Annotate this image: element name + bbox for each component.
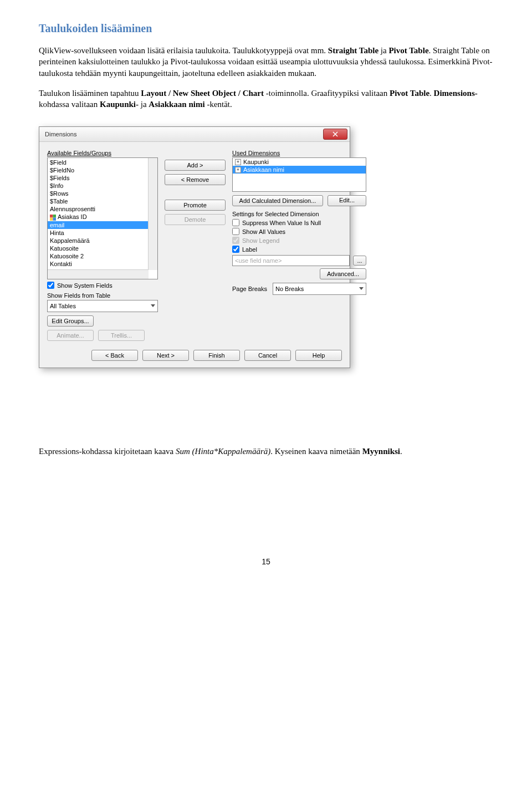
list-item[interactable]: Kontakti <box>48 260 157 268</box>
label-field[interactable]: <use field name> <box>232 255 350 266</box>
list-item[interactable]: Katuosoite 2 <box>48 252 157 260</box>
text: Taulukon lisääminen tapahtuu <box>39 89 141 98</box>
settings-section-label: Settings for Selected Dimension <box>232 211 366 217</box>
checkbox-label: Suppress When Value Is Null <box>242 220 321 226</box>
list-item-label: Katuosoite <box>50 245 79 252</box>
next-button[interactable]: Next > <box>142 350 189 361</box>
horizontal-scrollbar[interactable] <box>48 269 149 279</box>
text: Expressions-kohdassa kirjoitetaan kaava <box>39 447 176 456</box>
dialog-titlebar: Dimensions <box>39 127 350 142</box>
bold-text: Straight Table <box>328 46 378 55</box>
select-value: No Breaks <box>275 286 304 292</box>
close-button[interactable] <box>323 129 347 140</box>
page-breaks-label: Page Breaks <box>232 286 267 292</box>
finish-button[interactable]: Finish <box>193 350 240 361</box>
edit-dimension-button[interactable]: Edit... <box>328 195 366 206</box>
checkbox-input[interactable] <box>232 246 239 253</box>
list-item-label: email <box>50 222 64 228</box>
list-item[interactable]: $Fields <box>48 174 157 182</box>
list-item-label: $Table <box>50 198 68 205</box>
list-item-label: $Field <box>50 159 66 166</box>
dialog-button-row: < Back Next > Finish Cancel Help <box>39 344 350 368</box>
add-calculated-dimension-button[interactable]: Add Calculated Dimension... <box>232 195 323 206</box>
list-item-label: $Fields <box>50 175 69 181</box>
expand-icon[interactable]: + <box>235 159 241 165</box>
bold-text: Asiakkaan nimi <box>149 100 204 109</box>
paragraph-3: Expressions-kohdassa kirjoitetaan kaava … <box>39 446 493 457</box>
expand-icon[interactable]: + <box>235 167 241 173</box>
show-system-fields-checkbox[interactable]: Show System Fields <box>47 282 158 289</box>
text: . <box>429 89 434 98</box>
list-item-label: $FieldNo <box>50 167 74 174</box>
text: -kentät. <box>205 100 232 109</box>
list-item-label: Kappalemäärä <box>50 237 90 244</box>
dimensions-dialog: Dimensions Available Fields/Groups $Fiel… <box>39 126 350 368</box>
checkbox-label: Show All Values <box>242 228 285 235</box>
advanced-button[interactable]: Advanced... <box>320 268 366 279</box>
paragraph-2: Taulukon lisääminen tapahtuu Layout / Ne… <box>39 88 493 110</box>
text: QlikView-sovellukseen voidaan lisätä eri… <box>39 46 328 55</box>
checkbox-input[interactable] <box>232 219 239 226</box>
list-item[interactable]: $FieldNo <box>48 166 157 174</box>
add-button[interactable]: Add > <box>165 160 226 171</box>
label-expression-button[interactable]: ... <box>353 256 366 266</box>
list-item[interactable]: Kappalemäärä <box>48 237 157 244</box>
list-item-label: Asiakkaan nimi <box>243 166 284 173</box>
checkbox-label: Label <box>242 246 257 253</box>
bold-text: Pivot Table <box>388 46 428 55</box>
list-item[interactable]: $Table <box>48 197 157 205</box>
checkbox-input[interactable] <box>47 282 54 289</box>
promote-button[interactable]: Promote <box>165 200 226 211</box>
bold-text: Myynniksi <box>362 447 400 456</box>
show-fields-from-table-select[interactable]: All Tables <box>47 300 158 312</box>
animate-button: Animate... <box>47 330 94 341</box>
bold-text: Kaupunki- <box>100 100 139 109</box>
field-flag-icon <box>50 215 56 221</box>
svg-rect-3 <box>53 217 57 221</box>
list-item[interactable]: email <box>48 221 157 229</box>
svg-rect-0 <box>50 215 53 218</box>
list-item-label: Katuosoite 2 <box>50 253 84 259</box>
help-button[interactable]: Help <box>295 350 342 361</box>
available-fields-listbox[interactable]: $Field$FieldNo$Fields$Info$Rows$TableAle… <box>47 157 158 279</box>
label-checkbox[interactable]: Label <box>232 246 366 253</box>
page-breaks-select[interactable]: No Breaks <box>273 283 366 295</box>
checkbox-input[interactable] <box>232 228 239 235</box>
list-item-label: $Rows <box>50 190 69 197</box>
suppress-null-checkbox[interactable]: Suppress When Value Is Null <box>232 219 366 226</box>
remove-button[interactable]: < Remove <box>165 174 226 185</box>
list-item[interactable]: +Kaupunki <box>233 158 366 166</box>
show-all-values-checkbox[interactable]: Show All Values <box>232 228 366 235</box>
bold-text: Layout / New Sheet Object / Chart <box>141 89 264 98</box>
select-value: All Tables <box>50 303 76 309</box>
list-item-label: Hinta <box>50 230 64 236</box>
list-item[interactable]: Alennusprosentti <box>48 205 157 213</box>
svg-rect-1 <box>53 215 57 218</box>
list-item[interactable]: Asiakas ID <box>48 213 157 221</box>
list-item[interactable]: Katuosoite <box>48 244 157 252</box>
list-item[interactable]: $Rows <box>48 190 157 197</box>
list-item[interactable]: Hinta <box>48 229 157 237</box>
list-item[interactable]: $Field <box>48 159 157 166</box>
edit-groups-button[interactable]: Edit Groups... <box>47 315 94 327</box>
list-item[interactable]: $Info <box>48 182 157 190</box>
list-item-label: Kaupunki <box>243 159 269 165</box>
vertical-scrollbar[interactable] <box>148 158 157 270</box>
list-item-label: $Info <box>50 182 63 189</box>
checkbox-label: Show Legend <box>242 237 279 244</box>
close-icon <box>332 131 338 137</box>
trellis-button: Trellis... <box>98 330 145 341</box>
cancel-button[interactable]: Cancel <box>244 350 291 361</box>
back-button[interactable]: < Back <box>91 350 138 361</box>
text: . <box>400 447 402 456</box>
used-dimensions-listbox[interactable]: +Kaupunki+Asiakkaan nimi <box>232 157 366 192</box>
list-item[interactable]: +Asiakkaan nimi <box>233 166 366 174</box>
italic-text: Sum (Hinta*Kappalemäärä) <box>176 447 270 456</box>
dialog-title: Dimensions <box>45 131 323 137</box>
checkbox-label: Show System Fields <box>57 282 112 289</box>
list-item-label: Alennusprosentti <box>50 206 95 212</box>
placeholder-text: <use field name> <box>235 257 282 264</box>
list-item-label: Kontakti <box>50 261 72 267</box>
text: ja <box>378 46 388 55</box>
available-fields-label: Available Fields/Groups <box>47 150 158 156</box>
